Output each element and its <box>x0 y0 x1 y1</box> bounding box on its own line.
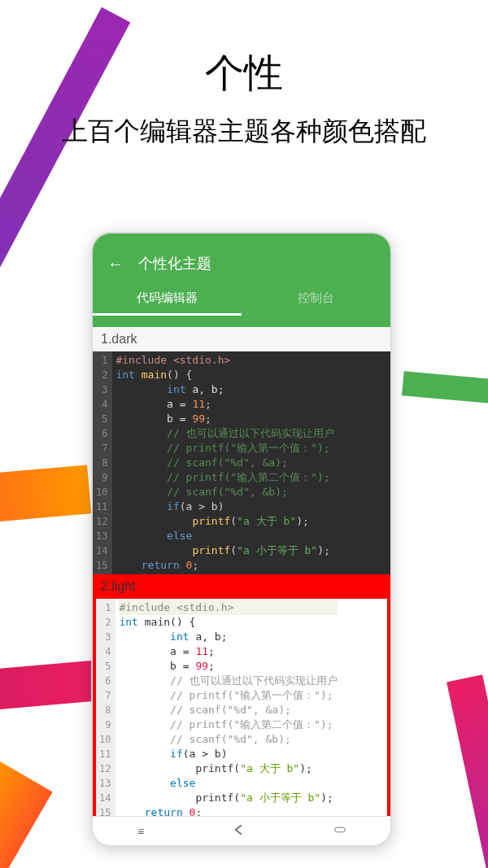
theme-dark-label: 1.dark <box>93 327 390 351</box>
phone-preview: ← 个性化主题 代码编辑器 控制台 1.dark 123456789101112… <box>91 232 392 847</box>
theme-dark-section: 1.dark 123456789101112131415 #include <s… <box>93 327 390 574</box>
page-subtitle: 上百个编辑器主题各种颜色搭配 <box>0 114 488 150</box>
svg-rect-0 <box>335 827 346 832</box>
toolbar-title: 个性化主题 <box>138 254 211 273</box>
decor-stripe-orange-bottom <box>0 759 53 868</box>
code-editor-light[interactable]: 123456789101112131415 #include <stdio.h>… <box>93 599 390 825</box>
decor-stripe-green <box>402 371 488 409</box>
app-header: ← 个性化主题 代码编辑器 控制台 <box>93 233 390 327</box>
tab-console[interactable]: 控制台 <box>242 283 390 316</box>
gutter-light: 123456789101112131415 <box>96 599 115 822</box>
android-navbar: ≡ <box>93 816 390 845</box>
decor-stripe-magenta <box>447 674 488 868</box>
code-lines-light: #include <stdio.h>int main() { int a, b;… <box>115 599 337 822</box>
decor-stripe-orange <box>0 465 91 527</box>
code-lines-dark: #include <stdio.h>int main() { int a, b;… <box>112 351 333 574</box>
nav-menu-icon[interactable]: ≡ <box>137 825 144 838</box>
back-arrow-icon[interactable]: ← <box>107 255 124 273</box>
page-title: 个性 <box>0 47 488 99</box>
nav-home-icon[interactable] <box>334 824 346 838</box>
theme-light-label: 2.light <box>93 574 390 599</box>
tab-code-editor[interactable]: 代码编辑器 <box>93 283 242 316</box>
decor-stripe-pink <box>0 661 95 722</box>
theme-light-section: 2.light 123456789101112131415 #include <… <box>93 574 390 825</box>
gutter-dark: 123456789101112131415 <box>93 351 112 574</box>
nav-back-icon[interactable] <box>233 824 245 838</box>
code-editor-dark[interactable]: 123456789101112131415 #include <stdio.h>… <box>93 351 390 574</box>
